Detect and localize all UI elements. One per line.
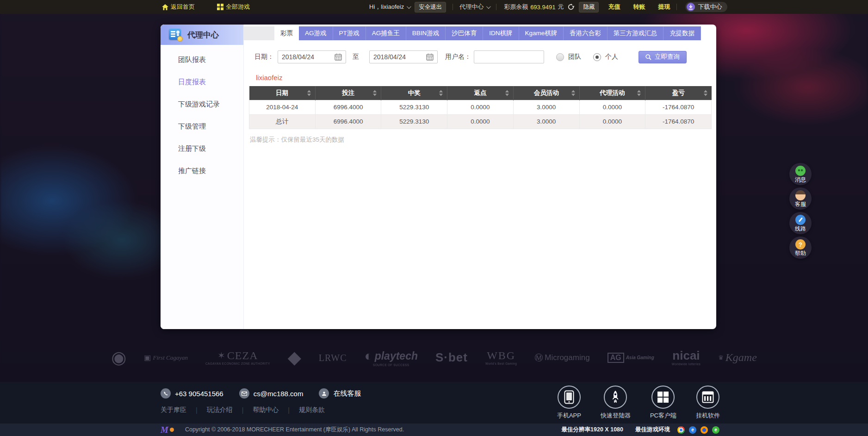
tab[interactable]: PT游戏 <box>333 26 366 40</box>
user-menu[interactable]: Hi，lixiaofeiz <box>369 3 410 11</box>
sort-down-icon[interactable] <box>439 93 443 96</box>
tab[interactable]: IDN棋牌 <box>483 26 519 40</box>
float-button-route[interactable]: 线路 <box>789 212 812 234</box>
phone-contact[interactable]: +63 905451566 <box>161 388 223 399</box>
date-to-field[interactable] <box>369 50 438 63</box>
sort-up-icon[interactable] <box>439 90 443 92</box>
partner-logo-row: ⓂMicrogaming <box>534 354 589 362</box>
tab[interactable]: 沙巴体育 <box>446 26 483 40</box>
sort-arrows-icon[interactable] <box>704 90 707 96</box>
sidebar-item[interactable]: 注册下级 <box>161 137 243 160</box>
footer-link[interactable]: 帮助中心 <box>253 406 279 414</box>
sort-down-icon[interactable] <box>307 93 311 96</box>
sort-up-icon[interactable] <box>373 90 377 92</box>
sort-up-icon[interactable] <box>571 90 575 92</box>
mail-icon <box>239 388 249 399</box>
home-link[interactable]: 返回首页 <box>162 3 195 11</box>
sort-down-icon[interactable] <box>637 93 641 96</box>
search-button[interactable]: 立即查询 <box>639 51 687 63</box>
column-header: 代理活动 <box>579 86 645 100</box>
tab-strip: 彩票AG游戏PT游戏AG捕鱼王BBIN游戏沙巴体育IDN棋牌Kgame棋牌香港六… <box>244 26 716 40</box>
footer: +63 905451566 cs@mc188.com 在线客服 关于摩臣|玩法介… <box>0 382 868 424</box>
partner-logo-row: S·bet <box>435 351 468 364</box>
sort-down-icon[interactable] <box>704 93 707 96</box>
column-header: 日期 <box>249 86 316 100</box>
app-download[interactable]: 挂机软件 <box>696 386 720 420</box>
all-games-link[interactable]: 全部游戏 <box>217 3 250 11</box>
sidebar: 代理中心 团队报表日度报表下级游戏记录下级管理注册下级推广链接 <box>161 25 244 329</box>
date-from-field[interactable] <box>278 50 346 63</box>
sort-arrows-icon[interactable] <box>571 90 575 96</box>
float-button-help[interactable]: ?帮助 <box>789 237 812 259</box>
sort-down-icon[interactable] <box>505 93 509 96</box>
email-contact[interactable]: cs@mc188.com <box>239 388 304 399</box>
partner-logo: AGAsia Gaming <box>608 353 654 363</box>
sidebar-item[interactable]: 推广链接 <box>161 160 243 182</box>
sort-up-icon[interactable] <box>505 90 509 92</box>
logout-button[interactable]: 安全退出 <box>415 2 446 12</box>
table-cell: 2018-04-24 <box>249 100 316 114</box>
refresh-icon[interactable] <box>568 4 574 10</box>
tab[interactable]: 香港六合彩 <box>564 26 608 40</box>
app-download[interactable]: 快速登陆器 <box>601 386 631 420</box>
partner-logo-row: ◐playtech <box>365 349 418 363</box>
radio-team-circle[interactable] <box>556 53 564 61</box>
sidebar-item[interactable]: 下级管理 <box>161 115 243 137</box>
calendar-icon[interactable] <box>335 53 342 61</box>
date-to-input[interactable] <box>373 53 424 61</box>
calendar-icon[interactable] <box>426 53 434 61</box>
float-button-msg[interactable]: 消息 <box>789 163 812 185</box>
partner-logo-text: nicai <box>672 349 700 362</box>
sort-arrows-icon[interactable] <box>373 90 377 96</box>
sort-up-icon[interactable] <box>704 90 707 92</box>
username-input[interactable] <box>474 50 544 63</box>
resolution-text: 最佳分辨率1920 X 1080 <box>562 426 623 434</box>
partner-logo-row: AGAsia Gaming <box>608 353 654 363</box>
tab[interactable]: Kgame棋牌 <box>519 26 564 40</box>
download-center-button[interactable]: 下载中心 <box>685 2 727 12</box>
float-button-svc[interactable]: 客服 <box>789 187 812 210</box>
transfer-link[interactable]: 转账 <box>633 3 645 11</box>
hide-balance-button[interactable]: 隐藏 <box>579 2 599 12</box>
sort-up-icon[interactable] <box>307 90 311 92</box>
home-icon <box>162 4 168 10</box>
float-button-label: 帮助 <box>789 249 812 257</box>
sidebar-item[interactable]: 日度报表 <box>161 71 243 93</box>
link-separator: | <box>288 406 290 414</box>
partner-logo-text: S·bet <box>435 351 468 364</box>
partner-logo: ◉ <box>111 349 126 367</box>
radio-team[interactable]: 团队 <box>556 53 581 61</box>
sort-arrows-icon[interactable] <box>505 90 509 96</box>
footer-link[interactable]: 玩法介绍 <box>207 406 233 414</box>
tab[interactable]: AG捕鱼王 <box>366 26 406 40</box>
partner-logo-icon: ▣ <box>144 354 151 362</box>
deposit-link[interactable]: 充值 <box>608 3 620 11</box>
tab[interactable]: 第三方游戏汇总 <box>608 26 664 40</box>
table-cell: -1764.0870 <box>645 114 712 129</box>
radio-personal-circle[interactable] <box>593 53 601 61</box>
date-from-input[interactable] <box>282 53 333 61</box>
sort-down-icon[interactable] <box>373 93 377 96</box>
partner-logo-subtext: World's Best Gaming <box>485 362 517 366</box>
app-download[interactable]: 手机APP <box>557 386 581 420</box>
app-download[interactable]: PC客户端 <box>650 386 676 420</box>
table-cell: 6996.4000 <box>315 100 381 114</box>
sidebar-item[interactable]: 下级游戏记录 <box>161 93 243 115</box>
copyright-text: Copyright © 2006-2018 MORECHEER Entertai… <box>185 426 404 434</box>
tab[interactable]: BBIN游戏 <box>406 26 446 40</box>
footer-link[interactable]: 关于摩臣 <box>161 406 186 414</box>
tab[interactable]: 彩票 <box>274 26 299 40</box>
withdraw-link[interactable]: 提现 <box>658 3 670 11</box>
sort-up-icon[interactable] <box>637 90 641 92</box>
sort-arrows-icon[interactable] <box>439 90 443 96</box>
agent-center-menu[interactable]: 代理中心 <box>459 3 490 11</box>
sort-arrows-icon[interactable] <box>307 90 311 96</box>
online-service-contact[interactable]: 在线客服 <box>319 388 361 399</box>
sort-down-icon[interactable] <box>571 93 575 96</box>
tab[interactable]: 充提数据 <box>663 26 701 40</box>
radio-personal[interactable]: 个人 <box>593 53 618 61</box>
sort-arrows-icon[interactable] <box>637 90 641 96</box>
sidebar-item[interactable]: 团队报表 <box>161 49 243 71</box>
tab[interactable]: AG游戏 <box>299 26 333 40</box>
footer-link[interactable]: 规则条款 <box>299 406 325 414</box>
